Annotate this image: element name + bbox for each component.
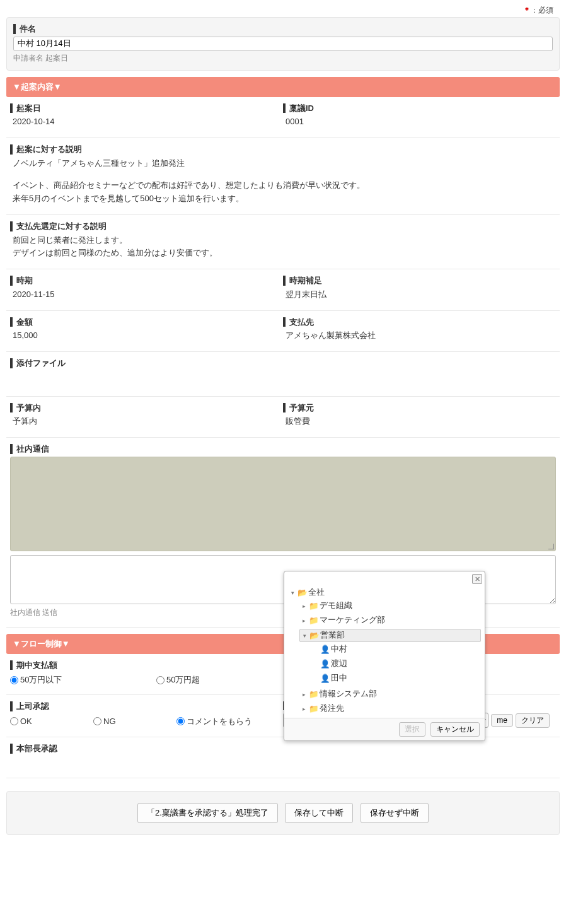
asterisk-icon: ＊ <box>523 6 531 15</box>
collapse-icon[interactable]: ▾ <box>289 590 296 596</box>
ringi-id-value: 0001 <box>283 115 550 129</box>
payee-explanation-label: 支払先選定に対する説明 <box>10 221 556 231</box>
tree-node-root[interactable]: ▾ 📂 全社 ▸ 📁 デモ組織 ▸ <box>288 585 481 718</box>
me-button[interactable]: me <box>491 714 513 727</box>
folder-closed-icon: 📁 <box>309 616 318 625</box>
payee-explanation-line2: デザインは前回と同様のため、追加分はより安価です。 <box>10 247 556 260</box>
period-amount-radio1[interactable] <box>10 676 18 684</box>
subject-panel: 件名 申請者名 起案日 <box>6 17 560 71</box>
payee-value: アメちゃん製菓株式会社 <box>283 329 550 342</box>
timing-note-label: 時期補足 <box>283 276 550 286</box>
period-amount-opt2-label: 50万円超 <box>166 674 200 686</box>
budget-source-label: 予算元 <box>283 403 550 413</box>
tree-nakamura-label: 中村 <box>331 644 347 655</box>
row-budget: 予算内 予算内 予算元 販管費 <box>6 397 560 438</box>
tree-node-infosys[interactable]: ▸ 📁 情報システム部 <box>299 687 481 701</box>
budget-in-label: 予算内 <box>10 403 277 413</box>
save-pause-button[interactable]: 保存して中断 <box>285 803 353 823</box>
proposal-date-value: 2020-10-14 <box>10 115 277 129</box>
period-amount-radio2[interactable] <box>156 676 165 684</box>
org-tree-popup: ✕ ▾ 📂 全社 ▸ 📁 デモ組織 <box>284 571 485 741</box>
collapse-icon[interactable]: ▾ <box>301 633 308 639</box>
tree-node-marketing[interactable]: ▸ 📁 マーケティング部 <box>299 613 481 628</box>
popup-close-button[interactable]: ✕ <box>472 574 482 584</box>
clear-button[interactable]: クリア <box>516 713 550 728</box>
close-icon: ✕ <box>475 576 480 583</box>
subject-label: 件名 <box>13 24 553 34</box>
expand-icon[interactable]: ▸ <box>301 706 307 712</box>
attachment-label: 添付ファイル <box>10 358 556 368</box>
division-approval-label: 本部長承認 <box>10 744 556 754</box>
amount-label: 金額 <box>10 317 277 327</box>
subject-input[interactable] <box>13 37 553 51</box>
timing-label: 時期 <box>10 276 277 286</box>
expand-icon[interactable]: ▸ <box>301 617 307 624</box>
tree-vendor-label: 発注先 <box>320 703 344 714</box>
discard-pause-button[interactable]: 保存せず中断 <box>361 803 429 823</box>
tree-node-sales[interactable]: ▾ 📂 営業部 ▸ 👤 中村 <box>299 628 481 687</box>
boss-approval-radio-ok[interactable] <box>10 717 18 725</box>
folder-closed-icon: 📁 <box>309 689 318 699</box>
row-division-approval: 本部長承認 <box>6 737 560 778</box>
subject-hint: 申請者名 起案日 <box>13 53 553 64</box>
tree-tanaka-label: 田中 <box>331 673 347 684</box>
period-amount-opt1[interactable]: 50万円以下 <box>10 674 155 686</box>
tree-select-button[interactable]: 選択 <box>399 722 425 737</box>
tree-node-vendor[interactable]: ▸ 📁 発注先 <box>299 701 481 716</box>
timing-note-value: 翌月末日払 <box>283 288 550 301</box>
budget-source-value: 販管費 <box>283 415 550 428</box>
boss-approval-ok[interactable]: OK <box>10 716 92 727</box>
row-payee-explanation: 支払先選定に対する説明 前回と同じ業者に発注します。 デザインは前回と同様のため… <box>6 215 560 269</box>
tree-watanabe-label: 渡辺 <box>331 658 347 669</box>
tree-cancel-button[interactable]: キャンセル <box>430 722 480 737</box>
popup-footer: 選択 キャンセル <box>284 718 485 740</box>
boss-approval-comment-label: コメントをもらう <box>187 716 252 727</box>
expand-icon[interactable]: ▸ <box>301 603 307 609</box>
expand-icon[interactable]: ▸ <box>301 691 307 698</box>
resize-handle-icon[interactable] <box>548 543 554 549</box>
internal-comm-log <box>10 457 556 551</box>
boss-approval-radio-comment[interactable] <box>176 717 185 725</box>
tree-node-nakamura[interactable]: ▸ 👤 中村 <box>311 642 481 657</box>
section-proposal[interactable]: ▼起案内容▼ <box>6 77 560 97</box>
tree-sales-label: 営業部 <box>320 630 345 641</box>
boss-approval-ng[interactable]: NG <box>93 716 175 727</box>
period-amount-opt2[interactable]: 50万円超 <box>156 674 232 686</box>
boss-approval-comment[interactable]: コメントをもらう <box>176 716 252 727</box>
boss-approval-radio-ng[interactable] <box>93 717 101 725</box>
footer-actions: 「2.稟議書を承認する」処理完了 保存して中断 保存せず中断 <box>6 791 560 835</box>
tree-demo-label: デモ組織 <box>320 600 352 611</box>
folder-closed-icon: 📁 <box>309 704 318 713</box>
tree-node-watanabe[interactable]: ▸ 👤 渡辺 <box>311 657 481 671</box>
explanation-label: 起案に対する説明 <box>10 144 556 155</box>
tree-root-label: 全社 <box>308 587 325 598</box>
tree-infosys-label: 情報システム部 <box>320 689 377 699</box>
explanation-line2: イベント、商品紹介セミナーなどでの配布は好評であり、想定したよりも消費が早い状況… <box>10 179 556 192</box>
boss-approval-label: 上司承認 <box>10 701 277 711</box>
org-tree-body[interactable]: ▾ 📂 全社 ▸ 📁 デモ組織 ▸ <box>284 571 485 718</box>
row-attachment: 添付ファイル <box>6 352 560 397</box>
tree-node-tanaka[interactable]: ▸ 👤 田中 <box>311 671 481 686</box>
row-amount: 金額 15,000 支払先 アメちゃん製菓株式会社 <box>6 311 560 352</box>
folder-closed-icon: 📁 <box>309 601 318 611</box>
proposal-date-label: 起案日 <box>10 103 277 114</box>
folder-open-icon: 📂 <box>297 588 306 597</box>
tree-node-demo[interactable]: ▸ 📁 デモ組織 <box>299 599 481 613</box>
period-amount-opt1-label: 50万円以下 <box>20 674 62 686</box>
folder-open-icon: 📂 <box>309 631 318 640</box>
internal-comm-label: 社内通信 <box>10 444 556 454</box>
explanation-line1: ノベルティ「アメちゃん三種セット」追加発注 <box>10 157 556 170</box>
payee-label: 支払先 <box>283 317 550 327</box>
payee-explanation-line1: 前回と同じ業者に発注します。 <box>10 234 556 247</box>
row-timing: 時期 2020-11-15 時期補足 翌月末日払 <box>6 269 560 310</box>
boss-approval-ok-label: OK <box>20 716 32 726</box>
ringi-id-label: 稟議ID <box>283 103 550 114</box>
required-note: ＊：必須 <box>6 0 560 17</box>
complete-button[interactable]: 「2.稟議書を承認する」処理完了 <box>137 803 278 823</box>
boss-approval-ng-label: NG <box>103 716 116 726</box>
person-icon: 👤 <box>320 645 329 654</box>
person-icon: 👤 <box>320 659 329 669</box>
row-explanation: 起案に対する説明 ノベルティ「アメちゃん三種セット」追加発注 イベント、商品紹介… <box>6 138 560 215</box>
tree-marketing-label: マーケティング部 <box>320 615 385 626</box>
amount-value: 15,000 <box>10 329 277 342</box>
